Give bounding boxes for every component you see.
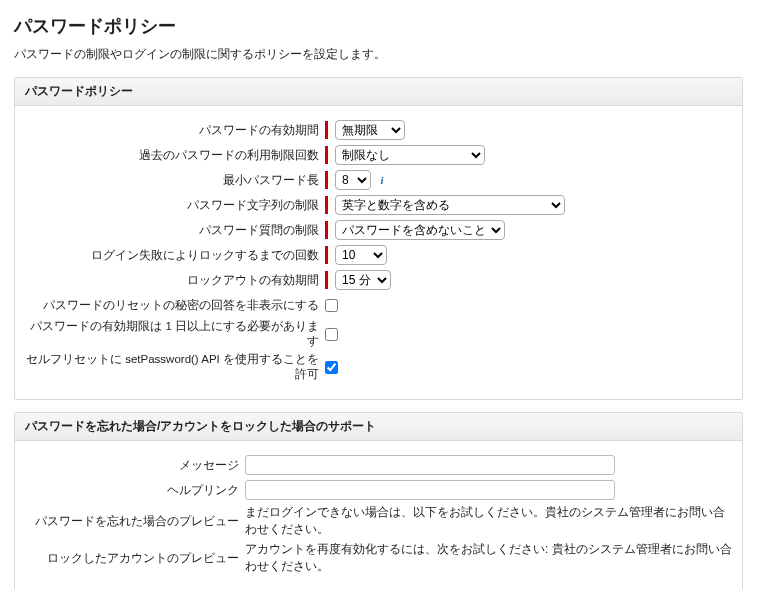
label-minlen: 最小パスワード長 (25, 173, 325, 188)
page-title: パスワードポリシー (14, 14, 743, 38)
required-marker (325, 196, 328, 214)
required-marker (325, 221, 328, 239)
required-marker (325, 146, 328, 164)
select-expiry[interactable]: 無期限 (335, 120, 405, 140)
label-helplink: ヘルプリンク (25, 483, 245, 498)
panel-header-forgot: パスワードを忘れた場合/アカウントをロックした場合のサポート (15, 413, 742, 441)
forgot-preview-text: まだログインできない場合は、以下をお試しください。貴社のシステム管理者にお問い合… (245, 504, 732, 538)
label-question: パスワード質問の制限 (25, 223, 325, 238)
required-marker (325, 246, 328, 264)
label-setpwapi: セルフリセットに setPassword() API を使用することを許可 (25, 352, 325, 382)
select-lockduration[interactable]: 15 分 (335, 270, 391, 290)
checkbox-setpwapi[interactable] (325, 361, 338, 374)
input-message[interactable] (245, 455, 615, 475)
label-message: メッセージ (25, 458, 245, 473)
required-marker (325, 271, 328, 289)
label-mindays: パスワードの有効期限は 1 日以上にする必要があります (25, 319, 325, 349)
panel-forgot-support: パスワードを忘れた場合/アカウントをロックした場合のサポート メッセージ ヘルプ… (14, 412, 743, 589)
label-obscure: パスワードのリセットの秘密の回答を非表示にする (25, 298, 325, 313)
label-forgot-preview: パスワードを忘れた場合のプレビュー (25, 514, 245, 529)
select-history[interactable]: 制限なし (335, 145, 485, 165)
label-complexity: パスワード文字列の制限 (25, 198, 325, 213)
label-history: 過去のパスワードの利用制限回数 (25, 148, 325, 163)
panel-header-password-policy: パスワードポリシー (15, 78, 742, 106)
input-helplink[interactable] (245, 480, 615, 500)
checkbox-mindays[interactable] (325, 328, 338, 341)
required-marker (325, 121, 328, 139)
info-icon[interactable]: i (375, 173, 389, 187)
select-minlen[interactable]: 8 (335, 170, 371, 190)
lock-preview-text: アカウントを再度有効化するには、次をお試しください: 貴社のシステム管理者にお問… (245, 541, 732, 575)
select-question[interactable]: パスワードを含めないこと (335, 220, 505, 240)
label-lockduration: ロックアウトの有効期間 (25, 273, 325, 288)
page-subtitle: パスワードの制限やログインの制限に関するポリシーを設定します。 (14, 46, 743, 63)
required-marker (325, 171, 328, 189)
select-lockattempts[interactable]: 10 (335, 245, 387, 265)
checkbox-obscure[interactable] (325, 299, 338, 312)
select-complexity[interactable]: 英字と数字を含める (335, 195, 565, 215)
label-expiry: パスワードの有効期間 (25, 123, 325, 138)
label-lockattempts: ログイン失敗によりロックするまでの回数 (25, 248, 325, 263)
label-lock-preview: ロックしたアカウントのプレビュー (25, 551, 245, 566)
panel-password-policy: パスワードポリシー パスワードの有効期間 無期限 過去のパスワードの利用制限回数… (14, 77, 743, 400)
